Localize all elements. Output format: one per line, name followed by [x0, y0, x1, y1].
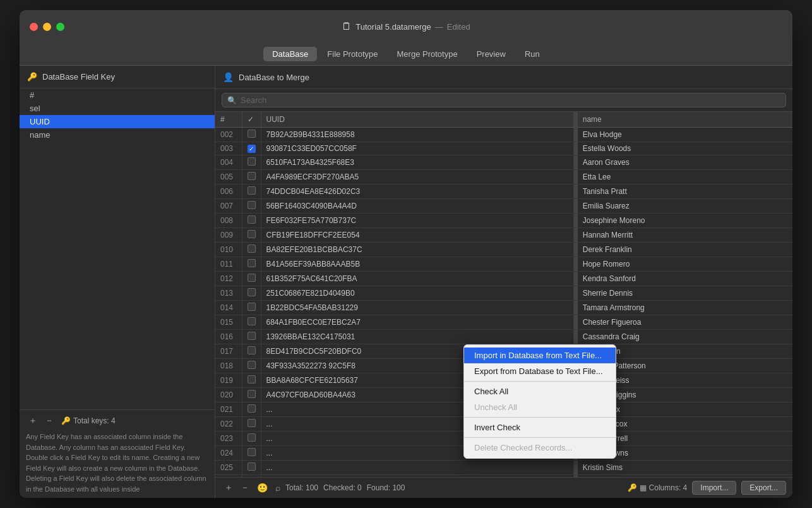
- table-row[interactable]: 015684A1FB0ECC0E7EBC2A7Chester Figueroa: [215, 315, 792, 330]
- checkbox[interactable]: [248, 404, 256, 413]
- add-row-button[interactable]: ＋: [222, 481, 236, 495]
- cell-check[interactable]: [242, 286, 261, 301]
- checkbox[interactable]: [248, 157, 256, 166]
- import-button[interactable]: Import...: [692, 481, 736, 495]
- sidebar-item-sel[interactable]: sel: [20, 102, 215, 115]
- cell-num: 018: [215, 359, 242, 373]
- cell-check[interactable]: [242, 315, 261, 330]
- table-row[interactable]: 00756BF16403C4090BA4A4DEmilia Suarez: [215, 199, 792, 214]
- tab-file-prototype[interactable]: File Prototype: [318, 47, 386, 61]
- checkbox[interactable]: [248, 332, 256, 340]
- remove-row-button[interactable]: －: [238, 481, 252, 495]
- table-row[interactable]: 008FE6F032FE75A770B737CJosephine Moreno: [215, 214, 792, 228]
- cell-check[interactable]: [242, 214, 261, 228]
- cell-check[interactable]: [242, 199, 261, 214]
- table-row[interactable]: 003930871C33ED057CC058FEstella Woods: [215, 142, 792, 155]
- checkbox[interactable]: [248, 201, 256, 209]
- cell-check[interactable]: [242, 301, 261, 315]
- context-menu-item-import[interactable]: Import in Database from Text File...: [464, 348, 616, 363]
- tab-preview[interactable]: Preview: [468, 47, 515, 61]
- add-field-button[interactable]: ＋: [26, 414, 40, 428]
- table-row[interactable]: 010BA82EFE20B1BCBBAC37CDerek Franklin: [215, 243, 792, 257]
- table-row[interactable]: 026...Roy Woods: [215, 475, 792, 478]
- checkbox[interactable]: [248, 215, 256, 224]
- checkbox[interactable]: [248, 361, 256, 369]
- maximize-button[interactable]: [56, 23, 64, 31]
- cell-check[interactable]: [242, 243, 261, 257]
- checkbox[interactable]: [248, 433, 256, 442]
- checkbox[interactable]: [248, 230, 256, 238]
- table-row[interactable]: 01613926BBAE132C4175031Cassandra Craig: [215, 330, 792, 344]
- search-input-wrap[interactable]: 🔍: [222, 93, 786, 107]
- checkbox[interactable]: [248, 463, 256, 471]
- table-row[interactable]: 0141B22BDC54FA5BAB31229Tamara Armstrong: [215, 301, 792, 315]
- sidebar-item-hash[interactable]: #: [20, 88, 215, 102]
- cell-check[interactable]: [242, 359, 261, 373]
- sidebar-item-name[interactable]: name: [20, 128, 215, 142]
- cell-check[interactable]: [242, 344, 261, 359]
- checkbox[interactable]: [248, 390, 256, 398]
- cell-check[interactable]: [242, 402, 261, 417]
- cell-check[interactable]: [242, 272, 261, 286]
- checkbox[interactable]: [248, 375, 256, 384]
- checkbox[interactable]: [248, 186, 256, 195]
- context-menu-item-check-all[interactable]: Check All: [464, 384, 616, 399]
- sidebar-field-list: # sel UUID name: [20, 88, 215, 409]
- checkbox[interactable]: [248, 259, 256, 267]
- checkbox[interactable]: [248, 130, 256, 138]
- table-row[interactable]: 013251C06867E821D4049B0Sherrie Dennis: [215, 286, 792, 301]
- close-button[interactable]: [30, 23, 38, 31]
- checkbox[interactable]: [248, 448, 256, 456]
- tab-merge-prototype[interactable]: Merge Prototype: [388, 47, 467, 61]
- cell-check[interactable]: [242, 142, 261, 155]
- cell-check[interactable]: [242, 388, 261, 402]
- table-container[interactable]: # ✓ UUID name 0027B92A2B9B4331E888958Elv…: [215, 112, 792, 477]
- remove-field-button[interactable]: －: [42, 414, 56, 428]
- sidebar-item-uuid[interactable]: UUID: [20, 115, 215, 128]
- cell-check[interactable]: [242, 417, 261, 432]
- checkbox[interactable]: [248, 145, 256, 153]
- minimize-button[interactable]: [43, 23, 51, 31]
- cell-check[interactable]: [242, 184, 261, 199]
- cell-uuid: B41A56EF39ABB8AAAB5B: [261, 257, 574, 272]
- checkbox[interactable]: [248, 245, 256, 253]
- context-menu-item-export[interactable]: Export from Database to Text File...: [464, 363, 616, 379]
- cell-check[interactable]: [242, 373, 261, 388]
- table-row[interactable]: 01261B352F75AC641C20FBAKendra Sanford: [215, 272, 792, 286]
- table-row[interactable]: 00674DDCB04EA8E426D02C3Tanisha Pratt: [215, 184, 792, 199]
- checkbox[interactable]: [248, 288, 256, 296]
- search-input[interactable]: [241, 95, 780, 105]
- export-button[interactable]: Export...: [741, 481, 786, 495]
- context-menu: Import in Database from Text File... Exp…: [463, 344, 616, 459]
- cell-name: Cassandra Craig: [578, 330, 792, 344]
- tab-database[interactable]: DataBase: [263, 47, 317, 61]
- emoji-button[interactable]: 🙂: [254, 481, 270, 494]
- checkbox[interactable]: [248, 419, 256, 427]
- cell-check[interactable]: [242, 475, 261, 478]
- table-row[interactable]: 025...Kristin Sims: [215, 461, 792, 475]
- cell-check[interactable]: [242, 170, 261, 184]
- cell-check[interactable]: [242, 461, 261, 475]
- checkbox[interactable]: [248, 317, 256, 325]
- cell-check[interactable]: [242, 432, 261, 446]
- checkbox[interactable]: [248, 172, 256, 180]
- table-row[interactable]: 0027B92A2B9B4331E888958Elva Hodge: [215, 128, 792, 142]
- cell-check[interactable]: [242, 257, 261, 272]
- cell-check[interactable]: [242, 155, 261, 170]
- checkbox[interactable]: [248, 274, 256, 282]
- cell-check[interactable]: [242, 128, 261, 142]
- cell-check[interactable]: [242, 446, 261, 461]
- tab-run[interactable]: Run: [516, 47, 549, 61]
- table-row[interactable]: 009CFB19FE18DFFCF2EE054Hannah Merritt: [215, 228, 792, 243]
- total-keys-label: Total keys: 4: [73, 416, 116, 425]
- table-row[interactable]: 005A4FA989ECF3DF270ABA5Etta Lee: [215, 170, 792, 184]
- context-menu-item-invert[interactable]: Invert Check: [464, 420, 616, 435]
- table-row[interactable]: 011B41A56EF39ABB8AAAB5BHope Romero: [215, 257, 792, 272]
- checkbox[interactable]: [248, 346, 256, 354]
- table-row[interactable]: 0046510FA173AB4325F68E3Aaron Graves: [215, 155, 792, 170]
- checkbox[interactable]: [248, 303, 256, 311]
- cell-check[interactable]: [242, 228, 261, 243]
- cell-check[interactable]: [242, 330, 261, 344]
- zoom-button[interactable]: ⌕: [273, 481, 283, 494]
- person-icon: 👤: [223, 72, 234, 82]
